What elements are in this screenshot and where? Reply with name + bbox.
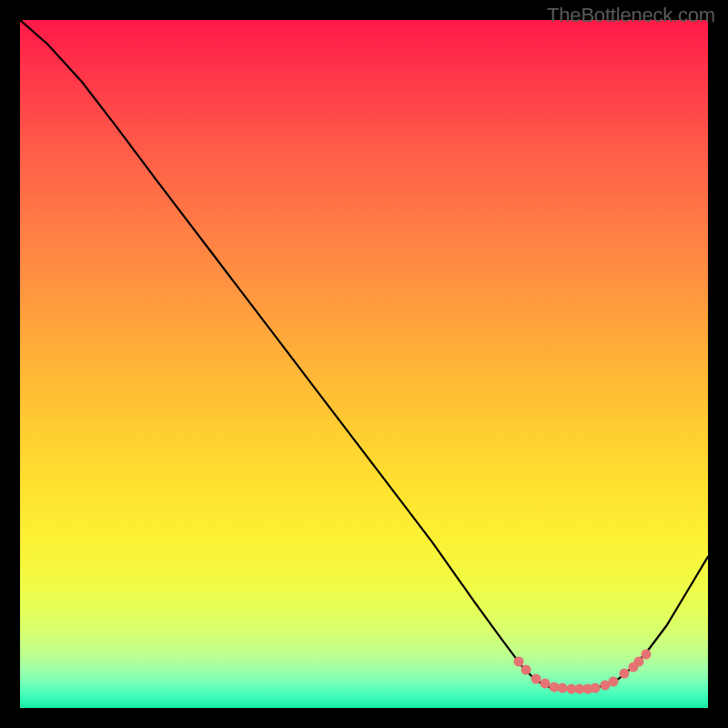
plot-area xyxy=(20,20,708,708)
highlight-dots-layer xyxy=(20,20,708,708)
highlight-dot xyxy=(521,664,531,674)
highlight-dot xyxy=(619,669,629,679)
watermark-text: TheBottleneck.com xyxy=(547,4,715,27)
highlight-dot xyxy=(641,650,651,660)
highlight-dot xyxy=(608,676,618,686)
highlight-dot xyxy=(557,683,567,693)
highlight-dot xyxy=(591,683,601,693)
